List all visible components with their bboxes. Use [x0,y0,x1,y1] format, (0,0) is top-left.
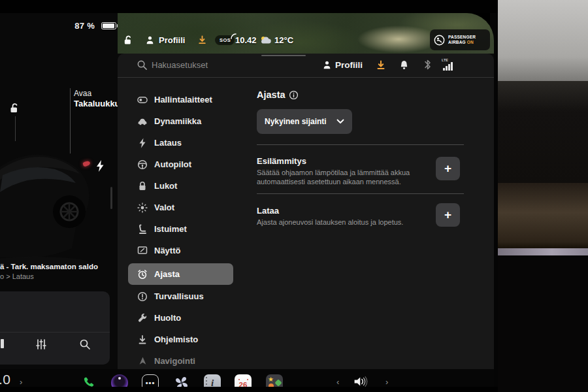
frunk-leader-line [15,116,16,141]
sidebar-item-locks[interactable]: Lukot [128,175,235,197]
preconditioning-title: Esilämmitys [257,156,306,166]
sidebar-label: Autopilot [154,159,191,169]
sos-label: SOS [220,37,231,43]
sos-badge[interactable]: SOS [215,30,235,50]
sidebar-label: Ohjelmisto [154,335,198,344]
sidebar-label: Dynamiikka [154,116,201,126]
trim-highlight-band [498,248,588,255]
wrench-icon [137,313,148,323]
vehicle-alert[interactable]: ä - Tark. maksamaton saldo o > Lataus [0,263,116,280]
climate-fan-icon[interactable] [173,374,190,387]
sidebar-item-lights[interactable]: Valot [128,197,235,218]
profile-person-icon[interactable] [322,60,332,70]
phone-app-icon[interactable] [80,374,97,387]
add-charge-schedule-button[interactable]: + [436,203,460,227]
media-search-icon[interactable] [79,338,91,350]
lock-status-icon[interactable] [123,30,133,50]
warning-circle-icon [137,291,148,302]
equalizer-sliders-icon[interactable] [35,338,47,350]
sidebar-label: Ajasta [154,269,180,279]
sidebar-item-charging[interactable]: Lataus [128,132,235,154]
download-icon [137,335,148,345]
sidebar-item-display[interactable]: Näyttö [128,240,235,261]
battery-status: 87 % [0,21,116,31]
notifications-bell-icon[interactable] [399,59,409,71]
alarm-clock-icon [137,269,148,280]
airbag-line1: PASSENGER [448,35,476,40]
windshield-band [498,0,588,81]
media-partial-icon[interactable] [0,338,4,349]
car-icon [137,116,148,127]
sidebar-item-controls[interactable]: Hallintalaitteet [128,89,235,110]
vehicle-status-area: 87 % Avaa Takaluukku [0,13,118,387]
charge-port-bolt-icon[interactable] [95,159,105,172]
software-update-icon[interactable] [197,30,207,50]
search-icon[interactable] [137,59,148,71]
location-dropdown[interactable]: Nykyinen sijainti [257,109,352,134]
sidebar-label: Istuimet [154,224,187,234]
toybox-app-icon[interactable]: ★ [266,374,283,387]
dropdown-value: Nykyinen sijainti [265,117,327,126]
passenger-airbag-badge: PASSENGER AIRBAG ON [430,29,490,50]
settings-panel: Hakuasetukset Profiili LTE [118,54,494,369]
dashcam-app-icon[interactable] [111,374,128,387]
calendar-day: 26 [239,382,248,387]
bolt-icon [137,138,148,148]
alert-title: ä - Tark. maksamaton saldo [0,263,116,270]
media-divider [0,332,110,333]
display-icon [137,246,148,256]
bluetooth-icon[interactable] [423,59,432,71]
charge-description: Ajasta ajoneuvosi latauksen aloitus ja l… [257,218,433,227]
open-trunk-action: Avaa [74,89,120,99]
status-bar: Profiili SOS 10.42 [118,30,494,50]
settings-search-input[interactable]: Hakuasetukset [152,60,208,70]
sidebar-item-schedule[interactable]: Ajasta [128,263,233,285]
sidebar-label: Lataus [154,138,182,148]
airbag-icon [434,35,445,46]
more-apps-button[interactable]: ••• [142,374,159,387]
screen-bezel-bottom [0,387,498,392]
sidebar-item-software[interactable]: Ohjelmisto [128,329,235,350]
preconditioning-description: Säätää ohjaamon lämpötilaa ja lämmittää … [257,168,433,186]
section-divider [257,144,464,145]
sidebar-item-dynamics[interactable]: Dynamiikka [128,110,235,132]
view-scroll-indicator [110,187,112,209]
airbag-line2: AIRBAG [448,40,466,44]
temp-expand-chevron[interactable]: › [20,377,22,387]
software-update-icon[interactable] [376,59,386,71]
battery-icon [101,22,116,29]
battery-percent: 87 % [74,21,95,31]
sidebar-item-seats[interactable]: Istuimet [128,218,235,240]
media-mini-player[interactable] [0,291,110,365]
sidebar-label: Huolto [154,313,181,323]
media-prev-chevron[interactable]: ‹ [336,377,339,387]
sidebar-item-safety[interactable]: Turvallisuus [128,286,235,307]
volume-icon[interactable] [353,373,370,387]
car-interior-background [498,0,588,392]
cabin-temperature-fragment[interactable]: .0 [0,372,11,387]
media-next-chevron[interactable]: › [385,377,388,387]
navigation-arrow-icon [137,356,148,367]
vehicle-render[interactable] [0,139,105,269]
manual-app-icon[interactable]: i [204,374,221,387]
add-preconditioning-button[interactable]: + [436,157,460,180]
airbag-on-status: ON [467,40,474,44]
page-title: Ajasta [257,90,286,100]
sidebar-item-service[interactable]: Huolto [128,307,235,329]
unlocked-icon[interactable] [8,102,20,114]
sidebar-label: Lukot [154,181,177,191]
sidebar-label: Hallintalaitteet [154,95,212,105]
sidebar-item-autopilot[interactable]: Autopilot [128,154,235,175]
driver-profile-button[interactable]: Profiili [145,30,185,50]
sidebar-item-navigation[interactable]: Navigointi [128,350,235,369]
outside-temperature: 12°C [274,30,293,50]
lower-dash-band [498,255,588,392]
calendar-app-icon[interactable]: 26 [235,374,252,387]
time-value: 10.42 [235,35,257,45]
seat-icon [137,224,148,235]
open-trunk-button[interactable]: Avaa Takaluukku [74,89,120,108]
cellular-signal-icon[interactable]: LTE [442,58,457,71]
info-icon[interactable] [289,90,299,100]
weather-cloud-icon[interactable] [260,30,272,50]
settings-profile-button[interactable]: Profiili [335,60,363,70]
